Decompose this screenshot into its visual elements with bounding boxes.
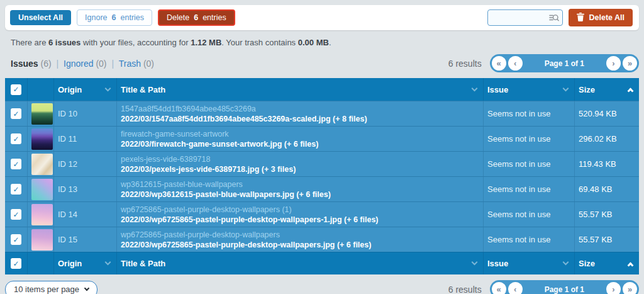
origin-column-header[interactable]: Origin <box>53 78 116 101</box>
items-per-page-select[interactable]: 10 items per page <box>5 281 97 294</box>
trash-icon <box>577 13 584 23</box>
row-checkbox[interactable]: ✓ <box>11 133 21 144</box>
sort-chevron-icon <box>563 259 569 266</box>
table-row[interactable]: ✓ ID 15 wp6725865-pastel-purple-desktop-… <box>5 227 639 252</box>
ignore-entries-button[interactable]: Ignore 6 entries <box>77 9 152 26</box>
row-checkbox[interactable]: ✓ <box>11 209 21 220</box>
issue-header-label: Issue <box>487 259 508 268</box>
size-cell: 296.02 KB <box>574 127 639 151</box>
delete-all-label: Delete All <box>589 14 625 22</box>
origin-header-label: Origin <box>58 259 82 268</box>
tab-issues[interactable]: Issues <box>11 59 38 69</box>
media-path: 2022/03/wp6725865-pastel-purple-desktop-… <box>121 240 371 249</box>
summary-trash-size: 0.00 MB <box>298 38 329 47</box>
row-checkbox-cell: ✓ <box>5 152 27 176</box>
toolbar-left-group: Unselect All Ignore 6 entries Delete 6 e… <box>10 9 235 26</box>
first-page-button[interactable]: « <box>492 282 506 294</box>
table-row[interactable]: ✓ ID 14 wp6725865-pastel-purple-desktop-… <box>5 201 639 227</box>
issue-column-header[interactable]: Issue <box>483 78 574 101</box>
select-all-checkbox[interactable]: ✓ <box>11 258 21 269</box>
table-row[interactable]: ✓ ID 13 wp3612615-pastel-blue-wallpapers… <box>5 176 639 201</box>
summary-part: . <box>329 38 331 47</box>
delete-entries-button[interactable]: Delete 6 entries <box>158 9 235 26</box>
row-checkbox[interactable]: ✓ <box>11 234 21 245</box>
title-path-cell: wp6725865-pastel-purple-desktop-wallpape… <box>116 227 483 252</box>
tab-trash[interactable]: Trash <box>119 59 141 69</box>
title-path-cell: 1547aa8f54dd1fb3694abee485c3269a 2022/03… <box>116 101 483 126</box>
issues-summary-text: There are 6 issues with your files, acco… <box>11 38 639 47</box>
first-page-button[interactable]: « <box>492 56 506 71</box>
title-path-cell: wp6725865-pastel-purple-desktop-wallpape… <box>116 202 483 227</box>
title-path-cell: pexels-jess-vide-6389718 2022/03/pexels-… <box>116 152 483 176</box>
size-cell: 69.48 KB <box>574 177 639 201</box>
media-title-link[interactable]: 1547aa8f54dd1fb3694abee485c3269a <box>121 105 256 113</box>
media-thumbnail[interactable] <box>31 103 53 125</box>
media-thumbnail[interactable] <box>31 229 53 251</box>
title-path-header-label: Title & Path <box>121 259 165 268</box>
media-thumbnail[interactable] <box>31 204 53 225</box>
tab-separator: | <box>57 59 59 69</box>
origin-cell: ID 12 <box>53 152 116 176</box>
filter-tabs: Issues (6) | Ignored (0) | Trash (0) <box>11 59 154 69</box>
toolbar-right-group: Delete All <box>487 9 633 27</box>
media-title-link[interactable]: wp6725865-pastel-purple-desktop-wallpape… <box>121 230 280 239</box>
media-thumbnail[interactable] <box>31 154 53 175</box>
tab-ignored[interactable]: Ignored <box>64 59 93 69</box>
issue-cell: Seems not in use <box>483 177 574 201</box>
delete-all-button[interactable]: Delete All <box>569 9 633 27</box>
last-page-button[interactable]: » <box>623 56 637 71</box>
issue-header-label: Issue <box>487 85 508 94</box>
table-row[interactable]: ✓ ID 11 firewatch-game-sunset-artwork 20… <box>5 126 639 151</box>
row-checkbox[interactable]: ✓ <box>11 108 21 119</box>
prev-page-button[interactable]: ‹ <box>508 56 523 71</box>
sort-chevron-icon <box>105 259 111 266</box>
title-path-column-header[interactable]: Title & Path <box>116 78 483 101</box>
media-title-link[interactable]: firewatch-game-sunset-artwork <box>121 130 229 139</box>
items-per-page-label: 10 items per page <box>14 285 79 294</box>
tab-ignored-count: (0) <box>96 59 106 69</box>
title-path-header-label: Title & Path <box>121 85 165 94</box>
origin-column-header[interactable]: Origin <box>53 252 116 274</box>
issue-cell: Seems not in use <box>483 152 574 176</box>
size-column-header[interactable]: Size <box>574 252 639 274</box>
page-indicator: Page 1 of 1 <box>545 285 584 294</box>
title-path-column-header[interactable]: Title & Path <box>116 252 483 274</box>
thumbnail-cell <box>27 127 53 151</box>
issue-cell: Seems not in use <box>483 202 574 227</box>
issue-cell: Seems not in use <box>483 101 574 126</box>
media-path: 2022/03/wp3612615-pastel-blue-wallpapers… <box>121 190 331 199</box>
media-path: 2022/03/pexels-jess-vide-6389718.jpg (+ … <box>121 165 296 174</box>
thumbnail-cell <box>27 177 53 201</box>
table-row[interactable]: ✓ ID 10 1547aa8f54dd1fb3694abee485c3269a… <box>5 101 639 126</box>
table-row[interactable]: ✓ ID 12 pexels-jess-vide-6389718 2022/03… <box>5 151 639 176</box>
summary-part: with your files, accounting for <box>80 38 191 47</box>
search-icon <box>549 13 559 25</box>
media-thumbnail[interactable] <box>31 179 53 200</box>
row-checkbox-cell: ✓ <box>5 177 27 201</box>
results-count: 6 results <box>448 59 482 69</box>
prev-page-button[interactable]: ‹ <box>508 282 523 294</box>
media-title-link[interactable]: wp3612615-pastel-blue-wallpapers <box>121 180 243 189</box>
ignore-label-count: 6 <box>112 14 116 22</box>
media-title-link[interactable]: wp6725865-pastel-purple-desktop-wallpape… <box>121 205 292 214</box>
row-checkbox-cell: ✓ <box>5 202 27 227</box>
delete-label-count: 6 <box>194 14 198 22</box>
select-all-checkbox[interactable]: ✓ <box>11 84 21 95</box>
issue-column-header[interactable]: Issue <box>483 252 574 274</box>
last-page-button[interactable]: » <box>623 282 637 294</box>
results-count: 6 results <box>448 285 482 294</box>
size-header-label: Size <box>579 259 595 268</box>
action-toolbar: Unselect All Ignore 6 entries Delete 6 e… <box>5 5 639 30</box>
next-page-button[interactable]: › <box>606 56 621 71</box>
sort-chevron-icon <box>105 85 111 91</box>
row-checkbox-cell: ✓ <box>5 101 27 126</box>
table-header-row: ✓ Origin Title & Path Issue Size <box>5 78 639 101</box>
size-column-header[interactable]: Size <box>574 78 639 101</box>
next-page-button[interactable]: › <box>606 282 621 294</box>
row-checkbox[interactable]: ✓ <box>11 159 21 169</box>
media-thumbnail[interactable] <box>31 128 53 150</box>
media-title-link[interactable]: pexels-jess-vide-6389718 <box>121 155 210 164</box>
title-path-cell: firewatch-game-sunset-artwork 2022/03/fi… <box>116 127 483 151</box>
row-checkbox[interactable]: ✓ <box>11 184 21 195</box>
unselect-all-button[interactable]: Unselect All <box>10 10 71 26</box>
